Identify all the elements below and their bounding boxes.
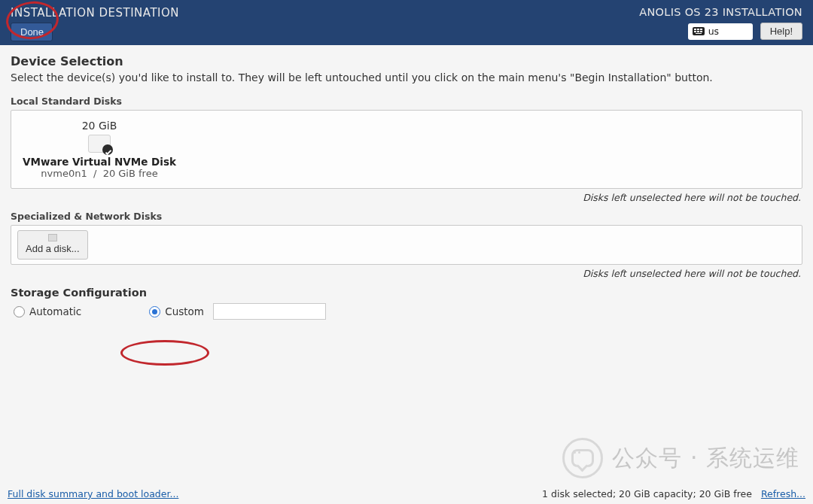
footer-bar: Full disk summary and boot loader... 1 d… bbox=[0, 484, 813, 504]
device-selection-description: Select the device(s) you'd like to insta… bbox=[11, 71, 802, 83]
refresh-link[interactable]: Refresh... bbox=[761, 488, 805, 499]
add-disk-icon bbox=[48, 234, 57, 241]
local-disks-note: Disks left unselected here will not be t… bbox=[11, 192, 801, 203]
header-left: INSTALLATION DESTINATION Done bbox=[11, 6, 179, 41]
header-controls: us Help! bbox=[688, 23, 802, 40]
disk-size: 20 GiB bbox=[82, 120, 117, 132]
full-disk-summary-link[interactable]: Full disk summary and boot loader... bbox=[8, 488, 178, 499]
radio-custom[interactable]: Custom bbox=[149, 303, 326, 320]
radio-custom-label: Custom bbox=[165, 305, 204, 317]
header-bar: INSTALLATION DESTINATION Done ANOLIS OS … bbox=[0, 0, 813, 45]
help-button[interactable]: Help! bbox=[760, 23, 802, 40]
local-disks-box: 20 GiB VMware Virtual NVMe Disk nvme0n1 … bbox=[11, 110, 802, 189]
product-title: ANOLIS OS 23 INSTALLATION bbox=[639, 6, 802, 18]
disk-name: VMware Virtual NVMe Disk bbox=[23, 156, 176, 168]
done-button[interactable]: Done bbox=[11, 23, 53, 41]
footer-status: 1 disk selected; 20 GiB capacity; 20 GiB… bbox=[542, 488, 805, 499]
add-disk-label: Add a disk... bbox=[26, 243, 80, 254]
disk-details: nvme0n1 / 20 GiB free bbox=[41, 168, 157, 179]
device-selection-heading: Device Selection bbox=[11, 54, 802, 68]
footer-status-text: 1 disk selected; 20 GiB capacity; 20 GiB… bbox=[542, 488, 752, 499]
disk-free: 20 GiB free bbox=[103, 168, 158, 179]
header-right: ANOLIS OS 23 INSTALLATION us Help! bbox=[639, 6, 802, 40]
radio-circle-selected-icon bbox=[149, 306, 160, 317]
keyboard-layout-label: us bbox=[708, 26, 719, 37]
radio-automatic[interactable]: Automatic bbox=[14, 305, 81, 317]
local-disks-label: Local Standard Disks bbox=[11, 96, 802, 107]
custom-entry-field[interactable] bbox=[213, 303, 326, 320]
disk-device: nvme0n1 bbox=[41, 168, 87, 179]
keyboard-icon bbox=[693, 27, 705, 35]
disk-tile[interactable]: 20 GiB VMware Virtual NVMe Disk nvme0n1 … bbox=[20, 120, 178, 179]
annotation-circle-custom bbox=[120, 340, 209, 366]
radio-automatic-label: Automatic bbox=[29, 305, 81, 317]
page-title: INSTALLATION DESTINATION bbox=[11, 6, 179, 20]
storage-config-heading: Storage Configuration bbox=[11, 287, 802, 299]
network-disks-box: Add a disk... bbox=[11, 225, 802, 265]
network-disks-note: Disks left unselected here will not be t… bbox=[11, 268, 801, 279]
storage-config-options: Automatic Custom bbox=[14, 303, 802, 320]
radio-circle-icon bbox=[14, 306, 25, 317]
hard-disk-icon bbox=[88, 135, 111, 153]
main-content: Device Selection Select the device(s) yo… bbox=[0, 45, 813, 504]
keyboard-indicator[interactable]: us bbox=[688, 23, 753, 40]
network-disks-label: Specialized & Network Disks bbox=[11, 211, 802, 222]
add-disk-button[interactable]: Add a disk... bbox=[17, 230, 88, 260]
